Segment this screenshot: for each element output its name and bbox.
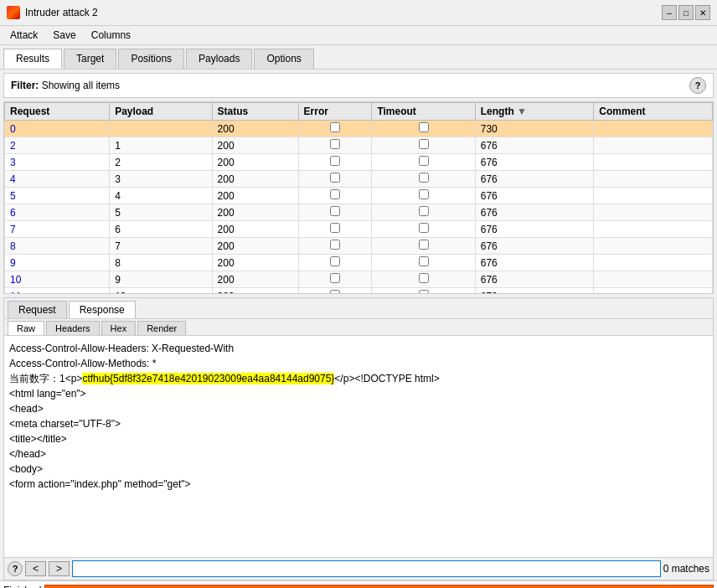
cell-comment	[594, 271, 713, 288]
cell-status: 200	[212, 154, 298, 171]
cell-length: 676	[475, 238, 594, 255]
cell-request: 11	[5, 288, 110, 295]
menu-columns[interactable]: Columns	[85, 28, 137, 43]
cell-error[interactable]	[298, 137, 372, 154]
table-row[interactable]: 2 1 200 676	[5, 137, 713, 154]
cell-status: 200	[212, 137, 298, 154]
table-row[interactable]: 3 2 200 676	[5, 154, 713, 171]
cell-timeout[interactable]	[372, 204, 475, 221]
sub-tab-response[interactable]: Response	[69, 301, 136, 318]
close-button[interactable]: ✕	[695, 5, 710, 20]
status-bar: Finished	[0, 580, 717, 588]
cell-timeout[interactable]	[372, 238, 475, 255]
menu-attack[interactable]: Attack	[3, 28, 44, 43]
table-row[interactable]: 9 8 200 676	[5, 255, 713, 271]
cell-timeout[interactable]	[372, 288, 475, 295]
table-row[interactable]: 10 9 200 676	[5, 271, 713, 288]
cell-error[interactable]	[298, 238, 372, 255]
cell-payload: 3	[110, 171, 212, 188]
tab-positions[interactable]: Positions	[118, 49, 184, 69]
search-input[interactable]	[72, 560, 661, 577]
cell-error[interactable]	[298, 171, 372, 188]
cell-error[interactable]	[298, 288, 372, 295]
cell-error[interactable]	[298, 154, 372, 171]
maximize-button[interactable]: □	[678, 5, 694, 20]
results-table: Request Payload Status Error Timeout Len…	[4, 102, 713, 294]
cell-length: 676	[475, 221, 594, 238]
content-line: <meta charset="UTF-8">	[9, 416, 708, 431]
table-row[interactable]: 4 3 200 676	[5, 171, 713, 188]
col-payload[interactable]: Payload	[110, 103, 212, 121]
search-next-button[interactable]: >	[49, 561, 70, 576]
title-bar: Intruder attack 2 – □ ✕	[0, 0, 717, 26]
cell-payload: 7	[110, 238, 212, 255]
cell-request: 5	[5, 188, 110, 204]
cell-timeout[interactable]	[372, 221, 475, 238]
cell-comment	[594, 154, 713, 171]
tab-options[interactable]: Options	[254, 49, 313, 69]
cell-error[interactable]	[298, 204, 372, 221]
table-row[interactable]: 5 4 200 676	[5, 188, 713, 204]
menu-save[interactable]: Save	[46, 28, 82, 43]
inner-tab-render[interactable]: Render	[137, 321, 186, 335]
cell-payload: 2	[110, 154, 212, 171]
content-line: 当前数字：1<p>ctfhub{5df8f32e7418e42019023009…	[9, 371, 708, 386]
cell-length: 676	[475, 255, 594, 271]
tab-results[interactable]: Results	[3, 49, 62, 69]
filter-text: Showing all items	[42, 80, 120, 91]
status-progress-bar	[44, 585, 714, 589]
cell-timeout[interactable]	[372, 188, 475, 204]
cell-error[interactable]	[298, 255, 372, 271]
bottom-panel: Request Response Raw Headers Hex Render …	[3, 297, 714, 580]
main-tabs: Results Target Positions Payloads Option…	[0, 45, 717, 70]
table-row[interactable]: 6 5 200 676	[5, 204, 713, 221]
inner-tab-hex[interactable]: Hex	[101, 321, 137, 335]
results-table-panel: Request Payload Status Error Timeout Len…	[3, 101, 714, 294]
sub-tab-request[interactable]: Request	[8, 301, 67, 318]
col-comment[interactable]: Comment	[594, 103, 713, 121]
cell-timeout[interactable]	[372, 255, 475, 271]
cell-comment	[594, 221, 713, 238]
table-row[interactable]: 0 200 730	[5, 121, 713, 137]
cell-length: 730	[475, 121, 594, 137]
cell-error[interactable]	[298, 121, 372, 137]
cell-request: 8	[5, 238, 110, 255]
cell-status: 200	[212, 204, 298, 221]
col-length[interactable]: Length ▼	[475, 103, 594, 121]
filter-help-button[interactable]: ?	[689, 77, 706, 94]
col-status[interactable]: Status	[212, 103, 298, 121]
cell-request: 4	[5, 171, 110, 188]
col-error[interactable]: Error	[298, 103, 372, 121]
tab-target[interactable]: Target	[64, 49, 116, 69]
tab-payloads[interactable]: Payloads	[186, 49, 252, 69]
cell-length: 676	[475, 188, 594, 204]
cell-timeout[interactable]	[372, 121, 475, 137]
table-row[interactable]: 11 10 200 676	[5, 288, 713, 295]
cell-error[interactable]	[298, 221, 372, 238]
cell-timeout[interactable]	[372, 171, 475, 188]
inner-tab-headers[interactable]: Headers	[46, 321, 100, 335]
search-help-button[interactable]: ?	[8, 561, 23, 576]
cell-error[interactable]	[298, 188, 372, 204]
table-row[interactable]: 8 7 200 676	[5, 238, 713, 255]
table-row[interactable]: 7 6 200 676	[5, 221, 713, 238]
cell-timeout[interactable]	[372, 271, 475, 288]
minimize-button[interactable]: –	[662, 5, 677, 20]
search-prev-button[interactable]: <	[25, 561, 46, 576]
col-timeout[interactable]: Timeout	[372, 103, 475, 121]
content-line: <head>	[9, 401, 708, 416]
content-line: <html lang="en">	[9, 386, 708, 401]
content-line: <body>	[9, 462, 708, 477]
cell-timeout[interactable]	[372, 154, 475, 171]
menu-bar: Attack Save Columns	[0, 26, 717, 45]
col-request[interactable]: Request	[5, 103, 110, 121]
inner-tab-raw[interactable]: Raw	[8, 321, 44, 335]
cell-payload: 4	[110, 188, 212, 204]
response-content: Access-Control-Allow-Headers: X-Requeste…	[4, 336, 713, 557]
cell-request: 2	[5, 137, 110, 154]
search-bar: ? < > 0 matches	[4, 557, 713, 580]
cell-error[interactable]	[298, 271, 372, 288]
filter-label: Filter: Showing all items	[11, 80, 120, 91]
cell-status: 200	[212, 238, 298, 255]
cell-timeout[interactable]	[372, 137, 475, 154]
